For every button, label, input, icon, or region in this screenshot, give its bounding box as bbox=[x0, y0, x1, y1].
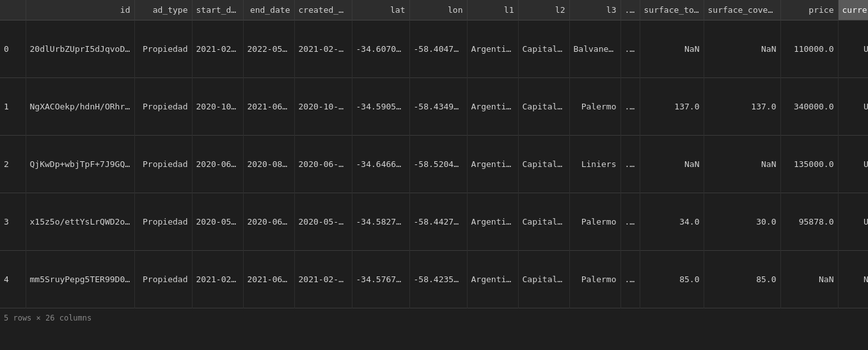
cell-l1: Argentina bbox=[467, 20, 518, 78]
cell-index: 1 bbox=[0, 78, 26, 136]
table-row: 1NgXACOekp/hdnH/ORhrgVw==Propiedad2020-1… bbox=[0, 78, 868, 136]
cell-end_date: 2021-06-08 bbox=[243, 78, 294, 136]
cell-created_on: 2020-10-25 bbox=[294, 78, 352, 136]
cell-ad_type: Propiedad bbox=[134, 20, 192, 78]
cell-l2: Capital Federal bbox=[518, 193, 569, 251]
cell-index: 4 bbox=[0, 251, 26, 308]
cell-lon: -58.434934 bbox=[409, 78, 467, 136]
cell-currency: NaN bbox=[838, 251, 868, 308]
col-header-price[interactable]: price bbox=[780, 0, 838, 20]
cell-created_on: 2021-02-17 bbox=[294, 251, 352, 308]
cell-l1: Argentina bbox=[467, 193, 518, 251]
cell-price: 135000.0 bbox=[780, 136, 838, 193]
cell-currency: USD bbox=[838, 193, 868, 251]
cell-lon: -58.520418 bbox=[409, 136, 467, 193]
col-header-start_date[interactable]: start_date bbox=[192, 0, 243, 20]
cell-surface_total: NaN bbox=[640, 20, 704, 78]
cell-surface_covered: 30.0 bbox=[704, 193, 780, 251]
col-header-surface_covered[interactable]: surface_covered bbox=[704, 0, 780, 20]
cell-l3: Palermo bbox=[569, 78, 620, 136]
cell-ellipsis: ... bbox=[620, 78, 640, 136]
cell-surface_covered: NaN bbox=[704, 20, 780, 78]
cell-start_date: 2020-05-28 bbox=[192, 193, 243, 251]
cell-index: 3 bbox=[0, 193, 26, 251]
col-header-l3[interactable]: l3 bbox=[569, 0, 620, 20]
col-header-created_on[interactable]: created_on bbox=[294, 0, 352, 20]
cell-l3: Liniers bbox=[569, 136, 620, 193]
cell-lat: -34.646617 bbox=[352, 136, 409, 193]
col-header-currency[interactable]: currency bbox=[838, 0, 868, 20]
cell-ad_type: Propiedad bbox=[134, 78, 192, 136]
cell-currency: USD bbox=[838, 136, 868, 193]
cell-price: 95878.0 bbox=[780, 193, 838, 251]
table-row: 2QjKwDp+wbjTpF+7J9GQ+Kw==Propiedad2020-0… bbox=[0, 136, 868, 193]
cell-surface_covered: 85.0 bbox=[704, 251, 780, 308]
cell-start_date: 2020-10-25 bbox=[192, 78, 243, 136]
col-header-end_date[interactable]: end_date bbox=[243, 0, 294, 20]
cell-l3: Balvanera bbox=[569, 20, 620, 78]
cell-ellipsis: ... bbox=[620, 193, 640, 251]
cell-index: 0 bbox=[0, 20, 26, 78]
cell-surface_total: 34.0 bbox=[640, 193, 704, 251]
col-header-ellipsis[interactable]: ... bbox=[620, 0, 640, 20]
col-header-id[interactable]: id bbox=[26, 0, 134, 20]
cell-l2: Capital Federal bbox=[518, 136, 569, 193]
cell-ad_type: Propiedad bbox=[134, 251, 192, 308]
cell-lat: -34.590592 bbox=[352, 78, 409, 136]
cell-currency: USD bbox=[838, 78, 868, 136]
cell-id: QjKwDp+wbjTpF+7J9GQ+Kw== bbox=[26, 136, 134, 193]
cell-id: x15z5o/ettYsLrQWD2oI0w== bbox=[26, 193, 134, 251]
cell-ellipsis: ... bbox=[620, 136, 640, 193]
cell-l2: Capital Federal bbox=[518, 78, 569, 136]
cell-end_date: 2020-06-01 bbox=[243, 193, 294, 251]
cell-surface_covered: 137.0 bbox=[704, 78, 780, 136]
cell-id: 20dlUrbZUprI5dJqvoDFfA== bbox=[26, 20, 134, 78]
col-header-l2[interactable]: l2 bbox=[518, 0, 569, 20]
table-row: 3x15z5o/ettYsLrQWD2oI0w==Propiedad2020-0… bbox=[0, 193, 868, 251]
cell-ad_type: Propiedad bbox=[134, 136, 192, 193]
col-header-l1[interactable]: l1 bbox=[467, 0, 518, 20]
col-header-lon[interactable]: lon bbox=[409, 0, 467, 20]
table-footer-row: 5 rows × 26 columns bbox=[0, 308, 868, 328]
cell-ellipsis: ... bbox=[620, 20, 640, 78]
cell-price: 340000.0 bbox=[780, 78, 838, 136]
cell-currency: USD bbox=[838, 20, 868, 78]
col-header-surface_total[interactable]: surface_total bbox=[640, 0, 704, 20]
cell-lat: -34.582759 bbox=[352, 193, 409, 251]
cell-l3: Palermo bbox=[569, 193, 620, 251]
cell-price: NaN bbox=[780, 251, 838, 308]
cell-lon: -58.404719 bbox=[409, 20, 467, 78]
cell-end_date: 2021-06-17 bbox=[243, 251, 294, 308]
cell-ellipsis: ... bbox=[620, 251, 640, 308]
cell-end_date: 2020-08-06 bbox=[243, 136, 294, 193]
cell-l2: Capital Federal bbox=[518, 20, 569, 78]
cell-index: 2 bbox=[0, 136, 26, 193]
cell-id: NgXACOekp/hdnH/ORhrgVw== bbox=[26, 78, 134, 136]
cell-end_date: 2022-05-18 bbox=[243, 20, 294, 78]
cell-l1: Argentina bbox=[467, 251, 518, 308]
cell-created_on: 2021-02-05 bbox=[294, 20, 352, 78]
cell-start_date: 2020-06-09 bbox=[192, 136, 243, 193]
table-footer-text: 5 rows × 26 columns bbox=[0, 308, 868, 328]
table-row: 4mm5SruyPepg5TER99D0EjA==Propiedad2021-0… bbox=[0, 251, 868, 308]
cell-id: mm5SruyPepg5TER99D0EjA== bbox=[26, 251, 134, 308]
cell-price: 110000.0 bbox=[780, 20, 838, 78]
col-header-index[interactable] bbox=[0, 0, 26, 20]
col-header-ad_type[interactable]: ad_type bbox=[134, 0, 192, 20]
cell-lat: -34.607055 bbox=[352, 20, 409, 78]
cell-l3: Palermo bbox=[569, 251, 620, 308]
table-row: 020dlUrbZUprI5dJqvoDFfA==Propiedad2021-0… bbox=[0, 20, 868, 78]
cell-surface_total: NaN bbox=[640, 136, 704, 193]
cell-start_date: 2021-02-05 bbox=[192, 20, 243, 78]
cell-l1: Argentina bbox=[467, 136, 518, 193]
cell-created_on: 2020-05-28 bbox=[294, 193, 352, 251]
cell-lat: -34.576767 bbox=[352, 251, 409, 308]
cell-lon: -58.442774 bbox=[409, 193, 467, 251]
cell-created_on: 2020-06-09 bbox=[294, 136, 352, 193]
cell-surface_covered: NaN bbox=[704, 136, 780, 193]
data-table-container: idad_typestart_dateend_datecreated_onlat… bbox=[0, 0, 868, 328]
cell-surface_total: 137.0 bbox=[640, 78, 704, 136]
col-header-lat[interactable]: lat bbox=[352, 0, 409, 20]
header-row: idad_typestart_dateend_datecreated_onlat… bbox=[0, 0, 868, 20]
cell-surface_total: 85.0 bbox=[640, 251, 704, 308]
